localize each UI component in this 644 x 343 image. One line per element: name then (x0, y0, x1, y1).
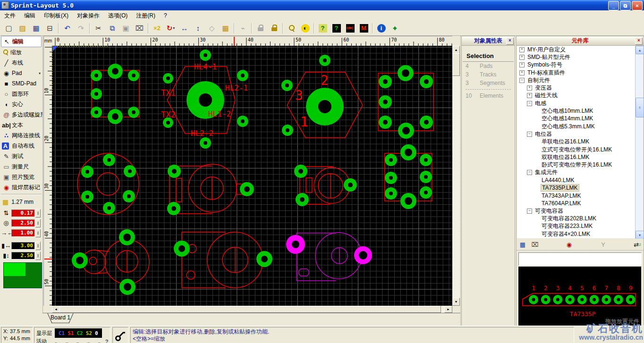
smd-height-stepper[interactable]: ∥ (35, 251, 41, 260)
unlock-button[interactable] (268, 22, 280, 34)
tree-scroll-up-button[interactable]: ▲ (636, 46, 644, 54)
tree-item[interactable]: +SMD-贴片型元件 (517, 53, 635, 61)
fork-button[interactable]: Y (598, 239, 609, 250)
tree-item[interactable]: 单联电位器16.LMK (517, 138, 635, 146)
tree-item[interactable]: 可变容器4×20.LMK (517, 230, 635, 238)
collapse-icon[interactable]: − (527, 132, 532, 137)
expand-icon[interactable]: + (519, 70, 525, 75)
tree-item[interactable]: −可变电容器 (517, 207, 635, 215)
swap-layers-button[interactable]: ⇄2 (632, 239, 643, 250)
tree-item[interactable]: −电感 (517, 100, 635, 107)
new-button[interactable]: ▢ (2, 22, 15, 34)
delete-macro-button[interactable]: ⌧ (529, 239, 541, 250)
tree-item[interactable]: 双联电位器16.LMK (517, 153, 635, 161)
delete-button[interactable]: ⌧ (133, 22, 146, 34)
menu-item-6[interactable]: ? (160, 11, 171, 20)
pad-drill-field[interactable]: 1.00 (11, 229, 35, 237)
scroll-right-button[interactable]: ► (444, 306, 452, 313)
pcb-canvas[interactable]: TX1TX2HL4-1HL2-1HL1-2HL2-2231 (52, 46, 452, 306)
undo-button[interactable]: ↶ (61, 22, 74, 34)
tree-item[interactable]: +变压器 (517, 84, 635, 92)
check-routes-button[interactable]: ? (316, 22, 329, 34)
tool-track[interactable]: ╱布线 (0, 58, 42, 68)
tool-solder-mask[interactable]: ◉阻焊层标记 (0, 182, 42, 192)
smd-width-stepper[interactable]: ∥ (35, 242, 41, 250)
drc-button[interactable]: DRC (344, 22, 356, 34)
record-button[interactable]: ◉ (563, 239, 575, 250)
vertical-scrollbar[interactable]: ▲ ▼ (452, 46, 460, 306)
collapse-icon[interactable]: − (519, 78, 525, 83)
layer-chip-S2[interactable]: S2 (86, 330, 92, 336)
macro-name-box[interactable] (518, 252, 642, 266)
tree-scroll-thumb[interactable]: ≡ (636, 98, 644, 117)
collapse-icon[interactable]: − (527, 209, 532, 214)
track-width-stepper[interactable]: ∥ (35, 209, 41, 218)
menu-item-2[interactable]: 印制板(X) (40, 11, 73, 21)
smd-height-field[interactable]: 2.50 (11, 252, 35, 259)
tool-pad[interactable]: ◉Pad▾ (0, 68, 42, 78)
tree-item[interactable]: +Symbols-符号 (517, 61, 635, 69)
smd-width-field[interactable]: 3.00 (11, 242, 35, 250)
print-button[interactable]: ⊟ (43, 22, 56, 34)
collapse-icon[interactable]: − (527, 101, 532, 106)
tree-item[interactable]: 立式可变电位带开关16.LMK (517, 146, 635, 153)
zoom-button[interactable] (285, 22, 298, 34)
test-mode-button[interactable]: ? (330, 22, 343, 34)
footprint-view-button[interactable]: ⌖ (389, 22, 401, 34)
tool-smd-pad[interactable]: ■SMD-Pad (0, 78, 42, 89)
expand-icon[interactable]: + (527, 85, 532, 91)
tree-item[interactable]: −电位器 (517, 130, 635, 138)
expand-icon[interactable]: + (519, 55, 525, 60)
layer-color-preview[interactable] (3, 262, 42, 288)
tree-item[interactable]: −集成元件 (517, 169, 635, 176)
minimize-button[interactable]: _ (608, 1, 619, 10)
mirror-horizontal-button[interactable]: ↔ (178, 22, 191, 34)
tree-item[interactable]: +磁性天线 (517, 92, 635, 100)
library-title-bar[interactable]: 元件库 × (517, 36, 644, 46)
align-grid-button[interactable]: ▦ (219, 22, 232, 34)
tree-item[interactable]: 空心电感10mm.LMK (517, 107, 635, 115)
tree-item[interactable]: LA4440.LMK (517, 176, 635, 184)
tree-scroll-down-button[interactable]: ▼ (636, 231, 644, 239)
tool-measure[interactable]: ▭测量尺 (0, 161, 42, 172)
save-button[interactable]: ▦ (30, 22, 42, 34)
tree-item[interactable]: −自制元件 (517, 76, 635, 84)
tool-ring[interactable]: ○圆形环 (0, 89, 42, 99)
menu-item-1[interactable]: 编辑 (20, 11, 40, 21)
expand-icon[interactable]: + (519, 62, 525, 67)
library-tree-scrollbar[interactable]: ▲ ≡ ▼ (636, 46, 643, 238)
rotate-button[interactable]: ↻▾ (164, 22, 177, 34)
macro-button[interactable]: M (357, 22, 370, 34)
tool-net-connect[interactable]: ∴网络连接线 (0, 130, 42, 141)
open-button[interactable]: ▨ (16, 22, 29, 34)
pad-outer-field[interactable]: 2.50 (11, 219, 35, 227)
tool-photo-preview[interactable]: ▣照片预览 (0, 172, 42, 182)
tree-item[interactable]: +MY-用户自定义 (517, 46, 635, 53)
duplicate-x2-button[interactable]: ×2 (151, 22, 163, 34)
scroll-up-button[interactable]: ▲ (452, 46, 460, 54)
tool-probe-test[interactable]: ✎测试 (0, 151, 42, 161)
tree-item[interactable]: TA7604AP.LMK (517, 200, 635, 207)
library-close-icon[interactable]: × (635, 37, 643, 45)
cut-button[interactable]: ✂ (92, 22, 105, 34)
expand-icon[interactable]: + (519, 47, 525, 52)
tree-item[interactable]: 卧式可变电位带开关16.LMK (517, 161, 635, 168)
tree-item[interactable]: 空心电感5.3mm.LMK (517, 123, 635, 130)
menu-item-0[interactable]: 文件 (0, 11, 20, 21)
layer-chip-0[interactable]: 0 (95, 330, 98, 336)
tree-item[interactable]: 可变电容器223.LMK (517, 223, 635, 230)
tree-item[interactable]: TA7343AP.LMK (517, 192, 635, 200)
pad-outer-stepper[interactable]: ∥ (35, 219, 41, 227)
copy-button[interactable]: ⧉ (106, 22, 119, 34)
restore-button[interactable]: ⧉ (620, 1, 631, 10)
contrast-button[interactable]: ◐ (299, 22, 312, 34)
layer-chip-C2[interactable]: C2 (77, 330, 83, 336)
layer-help-icon[interactable]: ? (105, 339, 108, 343)
tool-solid[interactable]: ◖实心 (0, 99, 42, 109)
grid-setting[interactable]: ▦ 1.27 mm (0, 196, 42, 208)
tree-item[interactable]: +TH-标准直插件 (517, 69, 635, 76)
layer-chip-S1[interactable]: S1 (68, 330, 74, 336)
horizontal-scroll-thumb[interactable] (59, 306, 441, 313)
tool-zoom[interactable]: 缩放 (0, 47, 42, 58)
expand-icon[interactable]: + (527, 93, 532, 98)
